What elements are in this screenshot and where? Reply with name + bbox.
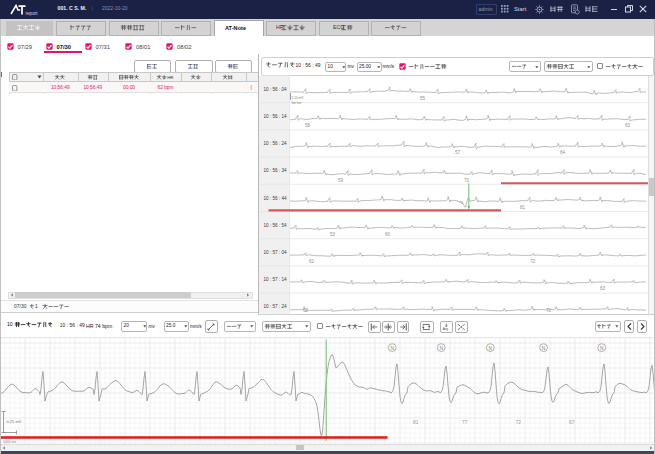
svg-text:N: N	[440, 346, 444, 351]
svg-text:N: N	[391, 346, 395, 351]
svg-text:77: 77	[462, 420, 468, 425]
svg-text:N: N	[600, 346, 604, 351]
svg-text:0.25 mV: 0.25 mV	[7, 419, 22, 424]
svg-text:67: 67	[569, 420, 575, 425]
svg-text:81: 81	[413, 420, 419, 425]
svg-text:N: N	[489, 346, 493, 351]
svg-text:72: 72	[516, 420, 522, 425]
svg-text:N: N	[542, 346, 546, 351]
